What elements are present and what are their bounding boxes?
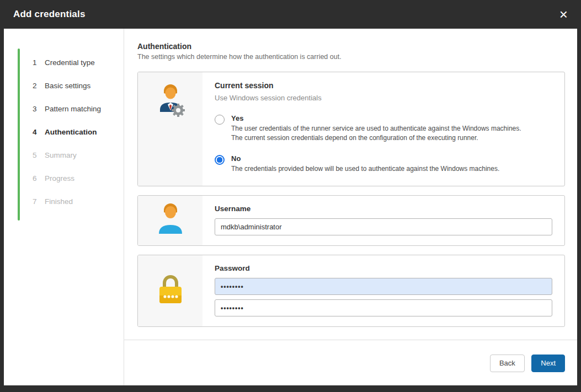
password-label: Password (215, 264, 552, 272)
card-subtitle: Use Windows session credentials (215, 94, 552, 102)
radio-yes[interactable] (215, 115, 225, 125)
password-card: Password (137, 255, 565, 327)
sidebar-item-authentication[interactable]: 4 Authentication (33, 120, 124, 143)
step-number: 3 (33, 105, 45, 113)
option-yes[interactable]: Yes The user credentials of the runner s… (215, 114, 552, 143)
dialog-title: Add credentials (13, 9, 86, 20)
step-number: 1 (33, 58, 45, 67)
step-number: 2 (33, 82, 45, 90)
wizard-steps-sidebar: 1 Credential type 2 Basic settings 3 Pat… (4, 29, 124, 385)
step-number: 4 (33, 128, 45, 136)
close-icon[interactable]: × (559, 7, 568, 22)
option-no[interactable]: No The credentials provided below will b… (215, 154, 552, 174)
icon-cell (138, 255, 202, 326)
radio-no[interactable] (215, 155, 225, 165)
next-button[interactable]: Next (531, 355, 565, 372)
page-title: Authentication (137, 42, 565, 51)
dialog-titlebar: Add credentials × (0, 0, 581, 29)
password-body: Password (202, 255, 564, 326)
card-title: Current session (215, 81, 552, 90)
username-card: Username (137, 195, 565, 246)
wizard-progress-bar (18, 49, 20, 221)
add-credentials-dialog: Add credentials × 1 Credential type 2 Ba… (0, 0, 581, 392)
username-body: Username (202, 196, 564, 245)
current-session-body: Current session Use Windows session cred… (202, 72, 564, 186)
option-yes-description-line2: The current session credentials depend o… (231, 134, 478, 142)
option-no-text: No The credentials provided below will b… (231, 154, 499, 174)
step-label: Finished (45, 197, 73, 206)
dialog-body: 1 Credential type 2 Basic settings 3 Pat… (4, 29, 577, 385)
step-label: Progress (45, 174, 74, 182)
step-label: Summary (45, 151, 77, 159)
user-icon (155, 203, 186, 238)
step-number: 5 (33, 151, 45, 159)
sidebar-item-summary: 5 Summary (33, 143, 124, 167)
option-no-label[interactable]: No (231, 154, 499, 163)
step-number: 7 (33, 197, 45, 206)
sidebar-item-progress: 6 Progress (33, 167, 124, 190)
step-label: Basic settings (45, 82, 90, 90)
page-subtitle: The settings which determine how the aut… (137, 53, 565, 61)
sidebar-item-credential-type[interactable]: 1 Credential type (33, 51, 124, 74)
icon-cell (138, 196, 202, 245)
option-yes-description-line1: The user credentials of the runner servi… (231, 125, 521, 132)
option-yes-description: The user credentials of the runner servi… (231, 124, 521, 143)
username-label: Username (215, 205, 552, 213)
sidebar-item-pattern-matching[interactable]: 3 Pattern matching (33, 97, 124, 120)
username-input[interactable] (215, 218, 552, 235)
step-number: 6 (33, 174, 45, 182)
password-confirm-input[interactable] (215, 299, 552, 316)
icon-cell (138, 72, 202, 186)
padlock-icon (156, 273, 185, 309)
back-button[interactable]: Back (490, 355, 525, 372)
dialog-footer: Back Next (124, 340, 577, 385)
step-label: Authentication (45, 128, 97, 136)
password-input[interactable] (215, 278, 552, 295)
step-label: Credential type (45, 58, 95, 67)
option-no-description: The credentials provided below will be u… (231, 164, 499, 174)
option-yes-text: Yes The user credentials of the runner s… (231, 114, 521, 143)
sidebar-item-basic-settings[interactable]: 2 Basic settings (33, 74, 124, 97)
wizard-step-list: 1 Credential type 2 Basic settings 3 Pat… (4, 29, 124, 213)
sidebar-item-finished: 7 Finished (33, 190, 124, 213)
main-content: Authentication The settings which determ… (124, 29, 577, 385)
option-yes-label[interactable]: Yes (231, 114, 521, 122)
user-with-gear-icon (153, 84, 188, 122)
step-label: Pattern matching (45, 105, 101, 113)
current-session-card: Current session Use Windows session cred… (137, 72, 565, 186)
